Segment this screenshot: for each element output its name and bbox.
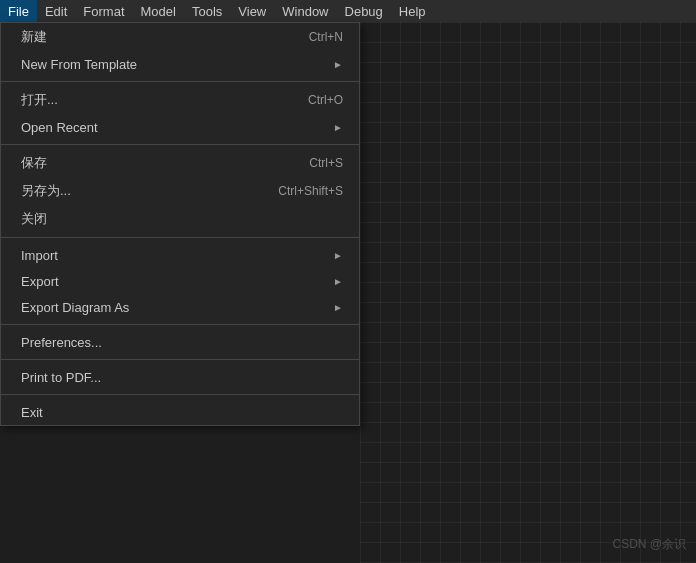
menu-item-print-to-pdf-label: Print to PDF... — [21, 370, 343, 385]
menu-item-open-recent[interactable]: Open Recent ► — [1, 114, 359, 140]
separator-1 — [1, 81, 359, 82]
menu-item-save-as[interactable]: 另存为... Ctrl+Shift+S — [1, 177, 359, 205]
separator-6 — [1, 394, 359, 395]
menu-item-open-recent-label: Open Recent — [21, 120, 323, 135]
separator-5 — [1, 359, 359, 360]
separator-2 — [1, 144, 359, 145]
menu-item-new-label: 新建 — [21, 28, 289, 46]
menubar-item-window[interactable]: Window — [274, 0, 336, 22]
menu-item-new-template[interactable]: New From Template ► — [1, 51, 359, 77]
menu-item-export-diagram-as[interactable]: Export Diagram As ► — [1, 294, 359, 320]
menu-item-save-as-shortcut: Ctrl+Shift+S — [278, 184, 343, 198]
menu-item-open-label: 打开... — [21, 91, 288, 109]
canvas-area: CSDN @余识 — [360, 22, 696, 563]
menu-item-export-label: Export — [21, 274, 323, 289]
menu-item-export[interactable]: Export ► — [1, 268, 359, 294]
menu-item-save[interactable]: 保存 Ctrl+S — [1, 149, 359, 177]
menu-item-new[interactable]: 新建 Ctrl+N — [1, 23, 359, 51]
submenu-arrow-export: ► — [333, 276, 343, 287]
submenu-arrow-new-template: ► — [333, 59, 343, 70]
menu-item-preferences[interactable]: Preferences... — [1, 329, 359, 355]
menu-item-close-label: 关闭 — [21, 210, 343, 228]
separator-4 — [1, 324, 359, 325]
menubar-item-format[interactable]: Format — [75, 0, 132, 22]
menu-item-print-to-pdf[interactable]: Print to PDF... — [1, 364, 359, 390]
file-dropdown-menu: 新建 Ctrl+N New From Template ► 打开... Ctrl… — [0, 22, 360, 426]
submenu-arrow-open-recent: ► — [333, 122, 343, 133]
menu-item-exit-label: Exit — [21, 405, 343, 420]
menu-item-preferences-label: Preferences... — [21, 335, 343, 350]
grid-canvas — [360, 22, 696, 563]
menubar-item-file[interactable]: File — [0, 0, 37, 22]
separator-3 — [1, 237, 359, 238]
menu-item-save-as-label: 另存为... — [21, 182, 258, 200]
menu-item-save-label: 保存 — [21, 154, 289, 172]
menubar-item-view[interactable]: View — [230, 0, 274, 22]
menubar-item-edit[interactable]: Edit — [37, 0, 75, 22]
menubar-item-tools[interactable]: Tools — [184, 0, 230, 22]
menu-item-export-diagram-as-label: Export Diagram As — [21, 300, 323, 315]
menu-item-new-template-label: New From Template — [21, 57, 323, 72]
menu-item-save-shortcut: Ctrl+S — [309, 156, 343, 170]
menu-item-exit[interactable]: Exit — [1, 399, 359, 425]
menu-item-import[interactable]: Import ► — [1, 242, 359, 268]
menu-item-new-shortcut: Ctrl+N — [309, 30, 343, 44]
submenu-arrow-import: ► — [333, 250, 343, 261]
menubar-item-debug[interactable]: Debug — [337, 0, 391, 22]
menubar-item-help[interactable]: Help — [391, 0, 434, 22]
watermark-text: CSDN @余识 — [612, 536, 686, 553]
menu-item-open[interactable]: 打开... Ctrl+O — [1, 86, 359, 114]
submenu-arrow-export-diagram-as: ► — [333, 302, 343, 313]
menubar: File Edit Format Model Tools View Window… — [0, 0, 696, 22]
menu-item-open-shortcut: Ctrl+O — [308, 93, 343, 107]
menu-item-close[interactable]: 关闭 — [1, 205, 359, 233]
menubar-item-model[interactable]: Model — [133, 0, 184, 22]
menu-item-import-label: Import — [21, 248, 323, 263]
